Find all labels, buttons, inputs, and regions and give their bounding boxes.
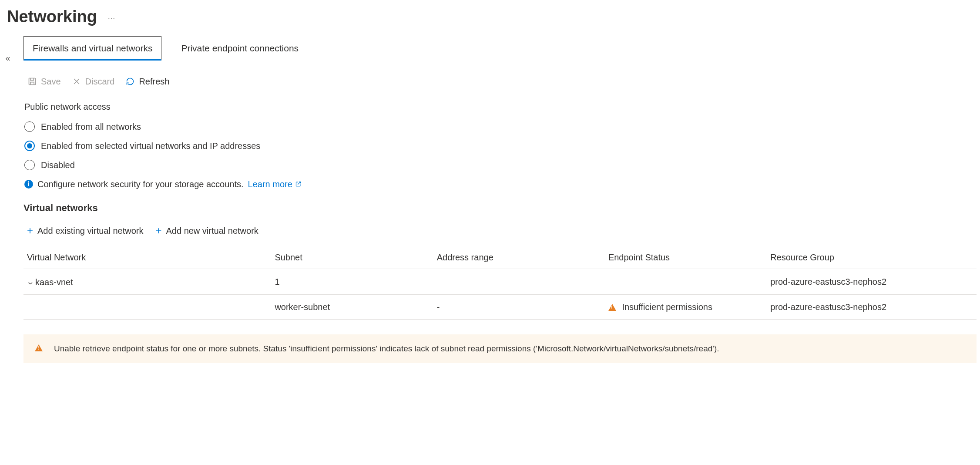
refresh-button[interactable]: Refresh (126, 75, 169, 88)
learn-more-link[interactable]: Learn more (248, 178, 302, 190)
add-existing-label: Add existing virtual network (37, 225, 143, 237)
radio-icon (24, 121, 35, 132)
table-header-row: Virtual Network Subnet Address range End… (23, 246, 977, 269)
chevron-left-icon: « (5, 53, 10, 63)
vnet-expand-toggle[interactable]: ⌄ kaas-vnet (27, 276, 73, 288)
virtual-networks-table: Virtual Network Subnet Address range End… (23, 246, 977, 320)
collapse-sidebar-button[interactable]: « (0, 36, 16, 381)
cell-endpoint-status: Insufficient permissions (605, 294, 767, 319)
radio-label: Disabled (41, 159, 75, 171)
radio-icon (24, 141, 35, 151)
info-row: i Configure network security for your st… (24, 178, 977, 190)
info-text: Configure network security for your stor… (37, 178, 244, 190)
col-endpoint-status[interactable]: Endpoint Status (605, 246, 767, 269)
refresh-label: Refresh (139, 75, 169, 88)
public-access-radio-group: Enabled from all networks Enabled from s… (24, 117, 977, 175)
save-label: Save (41, 75, 61, 88)
add-existing-vnet-button[interactable]: + Add existing virtual network (27, 223, 143, 238)
add-links: + Add existing virtual network + Add new… (27, 223, 977, 238)
virtual-networks-heading: Virtual networks (23, 202, 977, 215)
discard-label: Discard (85, 75, 115, 88)
learn-more-label: Learn more (248, 178, 292, 190)
toolbar: Save Discard Refresh (28, 75, 977, 88)
cell-resource-group: prod-azure-eastusc3-nephos2 (767, 294, 977, 319)
cell-endpoint-status (605, 269, 767, 294)
radio-disabled[interactable]: Disabled (24, 155, 977, 175)
refresh-icon (126, 77, 134, 86)
endpoint-status-text: Insufficient permissions (622, 302, 712, 312)
radio-all-networks[interactable]: Enabled from all networks (24, 117, 977, 136)
alert-box: Unable retrieve endpoint status for one … (23, 334, 977, 364)
cell-subnet: 1 (271, 269, 433, 294)
external-link-icon (295, 181, 302, 187)
cell-address-range: - (433, 294, 605, 319)
alert-text: Unable retrieve endpoint status for one … (54, 343, 719, 355)
vnet-name: kaas-vnet (35, 276, 73, 288)
radio-label: Enabled from all networks (41, 121, 141, 133)
table-row: worker-subnet - Insufficient permissions… (23, 294, 977, 319)
col-vnet[interactable]: Virtual Network (23, 246, 271, 269)
save-icon (28, 77, 37, 86)
radio-icon (24, 160, 35, 170)
radio-selected-networks[interactable]: Enabled from selected virtual networks a… (24, 136, 977, 155)
cell-vnet (23, 294, 271, 319)
more-icon[interactable]: … (107, 11, 116, 22)
tab-firewalls[interactable]: Firewalls and virtual networks (23, 36, 161, 60)
cell-resource-group: prod-azure-eastusc3-nephos2 (767, 269, 977, 294)
public-access-label: Public network access (24, 101, 977, 113)
discard-button[interactable]: Discard (72, 75, 115, 88)
col-subnet[interactable]: Subnet (271, 246, 433, 269)
plus-icon: + (155, 223, 161, 238)
add-new-label: Add new virtual network (166, 225, 258, 237)
chevron-down-icon: ⌄ (26, 276, 35, 287)
cell-address-range (433, 269, 605, 294)
warning-icon (35, 344, 43, 351)
col-resource-group[interactable]: Resource Group (767, 246, 977, 269)
warning-icon (608, 304, 616, 311)
plus-icon: + (27, 223, 33, 238)
tab-private-endpoints[interactable]: Private endpoint connections (172, 36, 308, 60)
info-icon: i (24, 180, 33, 189)
col-address-range[interactable]: Address range (433, 246, 605, 269)
radio-label: Enabled from selected virtual networks a… (41, 140, 260, 152)
svg-rect-0 (29, 78, 36, 84)
tab-strip: Firewalls and virtual networks Private e… (23, 36, 977, 60)
page-title: Networking (7, 5, 97, 28)
add-new-vnet-button[interactable]: + Add new virtual network (155, 223, 258, 238)
close-icon (72, 77, 81, 86)
table-row: ⌄ kaas-vnet 1 prod-azure-eastusc3-nephos… (23, 269, 977, 294)
cell-subnet: worker-subnet (271, 294, 433, 319)
save-button[interactable]: Save (28, 75, 61, 88)
